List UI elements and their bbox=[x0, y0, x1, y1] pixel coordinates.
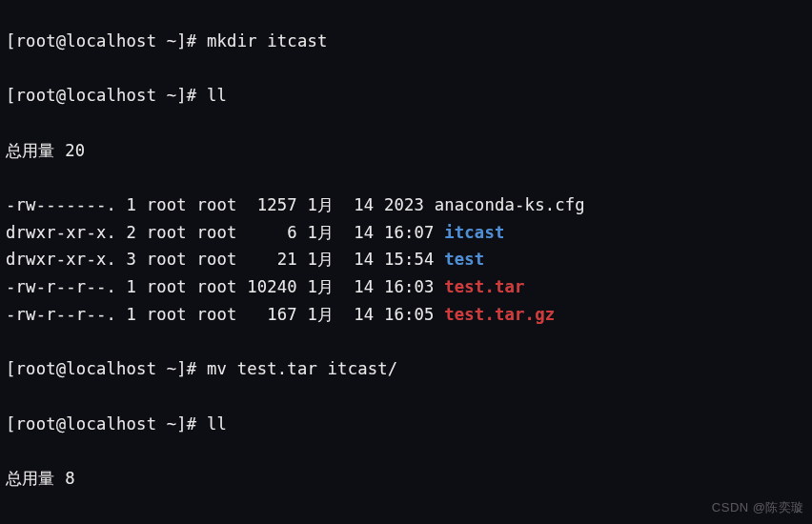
prompt-line: [root@localhost ~]# mv test.tar itcast/ bbox=[6, 355, 806, 383]
shell-prompt: [root@localhost ~]# bbox=[6, 414, 196, 433]
command: ll bbox=[207, 414, 227, 433]
file-attrs: -rw-r--r--. 1 root root 167 1月 14 16:05 bbox=[6, 305, 444, 324]
file-attrs: -rw-r--r--. 1 root root 10240 1月 14 16:0… bbox=[6, 277, 444, 296]
file-name: test.tar bbox=[444, 277, 524, 296]
file-name: test bbox=[444, 250, 484, 269]
watermark-text: CSDN @陈奕璇 bbox=[712, 499, 804, 516]
prompt-line: [root@localhost ~]# mkdir itcast bbox=[6, 28, 806, 55]
command: ll bbox=[207, 86, 227, 105]
list-item: -rw-r--r--. 1 root root 10240 1月 14 16:0… bbox=[6, 273, 806, 301]
list-item: -rw-------. 1 root root 1257 1月 14 2023 … bbox=[6, 519, 806, 524]
list-item: -rw-r--r--. 1 root root 167 1月 14 16:05 … bbox=[6, 301, 806, 329]
file-attrs: drwxr-xr-x. 3 root root 21 1月 14 15:54 bbox=[6, 250, 444, 269]
terminal-output[interactable]: [root@localhost ~]# mkdir itcast [root@l… bbox=[0, 0, 812, 524]
prompt-line: [root@localhost ~]# ll bbox=[6, 82, 806, 110]
list-item: drwxr-xr-x. 2 root root 6 1月 14 16:07 it… bbox=[6, 219, 806, 247]
command: mkdir itcast bbox=[207, 31, 328, 50]
prompt-line: [root@localhost ~]# ll bbox=[6, 411, 806, 438]
file-name: itcast bbox=[444, 223, 504, 242]
total-line: 总用量 20 bbox=[6, 137, 806, 165]
file-attrs: drwxr-xr-x. 2 root root 6 1月 14 16:07 bbox=[6, 223, 444, 242]
shell-prompt: [root@localhost ~]# bbox=[6, 359, 196, 378]
file-name: test.tar.gz bbox=[444, 305, 555, 324]
list-item: -rw-------. 1 root root 1257 1月 14 2023 … bbox=[6, 191, 806, 219]
shell-prompt: [root@localhost ~]# bbox=[6, 31, 196, 50]
file-listing: -rw-------. 1 root root 1257 1月 14 2023 … bbox=[6, 519, 806, 524]
shell-prompt: [root@localhost ~]# bbox=[6, 86, 196, 105]
file-attrs: -rw-------. 1 root root 1257 1月 14 2023 bbox=[6, 195, 435, 214]
total-line: 总用量 8 bbox=[6, 465, 806, 493]
file-name: anaconda-ks.cfg bbox=[435, 195, 585, 214]
list-item: drwxr-xr-x. 3 root root 21 1月 14 15:54 t… bbox=[6, 246, 806, 273]
command: mv test.tar itcast/ bbox=[207, 359, 397, 378]
file-listing: -rw-------. 1 root root 1257 1月 14 2023 … bbox=[6, 191, 806, 329]
